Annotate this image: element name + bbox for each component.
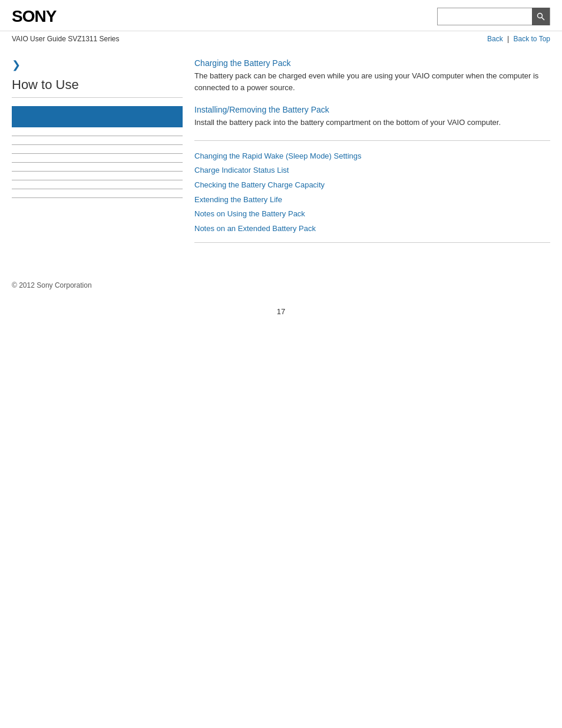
charging-link[interactable]: Charging the Battery Pack [194, 58, 550, 68]
sidebar: ❯ How to Use [12, 52, 194, 251]
svg-line-1 [542, 18, 545, 21]
search-button[interactable] [532, 8, 550, 25]
sidebar-divider-7 [12, 189, 183, 189]
back-to-top-link[interactable]: Back to Top [514, 35, 550, 43]
sidebar-divider-2 [12, 144, 183, 145]
subheader: VAIO User Guide SVZ1311 Series Back | Ba… [0, 31, 562, 47]
pipe-separator: | [507, 35, 509, 43]
svg-point-0 [538, 14, 543, 18]
related-links-section: Changing the Rapid Wake (Sleep Mode) Set… [194, 149, 550, 236]
page-number: 17 [0, 295, 562, 322]
footer: © 2012 Sony Corporation [0, 263, 562, 295]
content-area: Charging the Battery Pack The battery pa… [194, 52, 550, 251]
sidebar-title: How to Use [12, 77, 183, 98]
back-link[interactable]: Back [487, 35, 503, 43]
section-installing: Installing/Removing the Battery Pack Ins… [194, 105, 550, 129]
sidebar-divider-5 [12, 171, 183, 172]
copyright-text: © 2012 Sony Corporation [12, 281, 92, 289]
search-input[interactable] [438, 12, 532, 21]
related-link-4[interactable]: Notes on Using the Battery Pack [194, 207, 550, 222]
nav-links: Back | Back to Top [487, 35, 550, 43]
related-link-3[interactable]: Extending the Battery Life [194, 193, 550, 207]
sidebar-highlight-bar [12, 106, 183, 127]
main-content: ❯ How to Use Charging the Battery Pack T… [0, 47, 562, 263]
content-divider-bottom [194, 242, 550, 243]
section-charging: Charging the Battery Pack The battery pa… [194, 58, 550, 93]
charging-description: The battery pack can be charged even whi… [194, 70, 550, 93]
related-link-5[interactable]: Notes on an Extended Battery Pack [194, 222, 550, 236]
search-box [437, 8, 550, 25]
content-divider [194, 140, 550, 141]
sidebar-arrow-icon: ❯ [12, 58, 183, 71]
sidebar-divider-4 [12, 162, 183, 163]
sidebar-divider-3 [12, 153, 183, 154]
header: SONY [0, 0, 562, 31]
installing-link[interactable]: Installing/Removing the Battery Pack [194, 105, 550, 114]
guide-title: VAIO User Guide SVZ1311 Series [12, 35, 120, 43]
sidebar-divider-1 [12, 136, 183, 136]
sony-logo: SONY [12, 7, 56, 26]
sidebar-divider-6 [12, 180, 183, 180]
search-icon [537, 12, 545, 21]
related-link-2[interactable]: Checking the Battery Charge Capacity [194, 178, 550, 193]
related-link-1[interactable]: Charge Indicator Status List [194, 163, 550, 178]
sidebar-divider-8 [12, 197, 183, 198]
related-link-0[interactable]: Changing the Rapid Wake (Sleep Mode) Set… [194, 149, 550, 164]
installing-description: Install the battery pack into the batter… [194, 117, 550, 129]
